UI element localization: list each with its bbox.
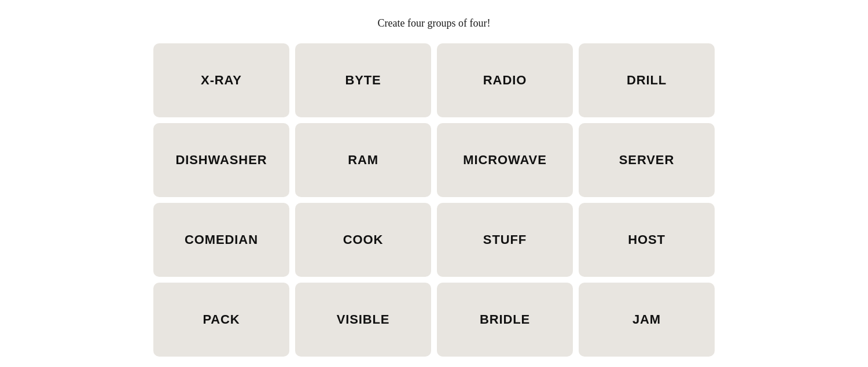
- tile-stuff[interactable]: STUFF: [437, 203, 573, 277]
- tile-byte[interactable]: BYTE: [295, 43, 431, 117]
- tile-label-drill: DRILL: [627, 73, 667, 88]
- tile-jam[interactable]: JAM: [579, 283, 715, 357]
- tile-visible[interactable]: VISIBLE: [295, 283, 431, 357]
- tile-label-visible: VISIBLE: [337, 312, 390, 327]
- tile-label-bridle: BRIDLE: [480, 312, 530, 327]
- page-subtitle: Create four groups of four!: [378, 17, 491, 29]
- tile-bridle[interactable]: BRIDLE: [437, 283, 573, 357]
- tile-label-cook: COOK: [343, 232, 384, 247]
- tile-label-stuff: STUFF: [483, 232, 527, 247]
- tile-comedian[interactable]: COMEDIAN: [153, 203, 289, 277]
- tile-pack[interactable]: PACK: [153, 283, 289, 357]
- tile-label-byte: BYTE: [345, 73, 381, 88]
- tile-label-jam: JAM: [632, 312, 661, 327]
- tile-drill[interactable]: DRILL: [579, 43, 715, 117]
- tile-radio[interactable]: RADIO: [437, 43, 573, 117]
- tile-xray[interactable]: X-RAY: [153, 43, 289, 117]
- tile-label-dishwasher: DISHWASHER: [176, 153, 267, 168]
- tile-label-ram: RAM: [348, 153, 378, 168]
- tile-label-host: HOST: [628, 232, 665, 247]
- tile-host[interactable]: HOST: [579, 203, 715, 277]
- tile-ram[interactable]: RAM: [295, 123, 431, 197]
- tile-label-comedian: COMEDIAN: [185, 232, 258, 247]
- word-grid: X-RAYBYTERADIODRILLDISHWASHERRAMMICROWAV…: [153, 43, 715, 357]
- tile-label-microwave: MICROWAVE: [463, 153, 546, 168]
- tile-label-xray: X-RAY: [201, 73, 242, 88]
- tile-cook[interactable]: COOK: [295, 203, 431, 277]
- tile-label-radio: RADIO: [483, 73, 527, 88]
- tile-dishwasher[interactable]: DISHWASHER: [153, 123, 289, 197]
- tile-label-server: SERVER: [619, 153, 674, 168]
- tile-label-pack: PACK: [203, 312, 240, 327]
- tile-server[interactable]: SERVER: [579, 123, 715, 197]
- tile-microwave[interactable]: MICROWAVE: [437, 123, 573, 197]
